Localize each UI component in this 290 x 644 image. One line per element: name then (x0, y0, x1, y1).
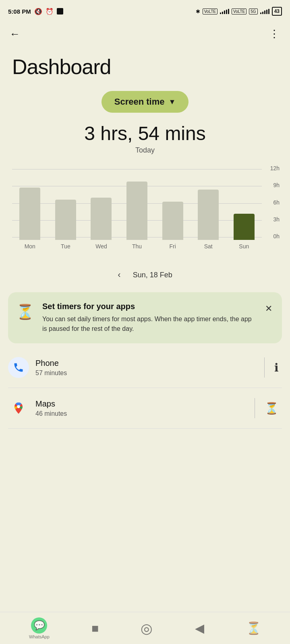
square-icon (57, 8, 63, 14)
time-period-label: Today (0, 146, 290, 155)
status-bar: 5:08 PM 🔇 ⏰ ✱ VoLTE VoLTE 5G 43 (0, 0, 290, 21)
screen-time-label: Screen time (114, 97, 165, 107)
phone-app-icon (8, 357, 29, 378)
phone-app-time: 57 minutes (35, 369, 258, 377)
top-nav: ← ⋮ (0, 21, 290, 47)
bar-thu: Thu (119, 182, 155, 250)
grid-label-0h: 0h (273, 233, 280, 239)
volte-icon-2: VoLTE (232, 8, 246, 14)
mute-icon: 🔇 (34, 8, 42, 15)
bottom-nav-back[interactable]: ◀ (195, 621, 204, 635)
bottom-nav-timer[interactable]: ⏳ (246, 621, 261, 635)
screen-time-dropdown-button[interactable]: Screen time ▼ (102, 91, 189, 113)
bottom-nav-whatsapp[interactable]: 💬 WhatsApp (29, 617, 50, 639)
grid-line-12h: 12h (12, 169, 262, 169)
chart-container: 12h 9h 6h 3h 0h Mon Tue (0, 163, 290, 254)
bar-sun: Sun (226, 214, 262, 250)
whatsapp-icon: 💬 (31, 617, 47, 634)
bottom-nav-home[interactable]: ◎ (141, 620, 153, 636)
bar-thu-fill (126, 182, 147, 240)
status-time: 5:08 PM (8, 8, 31, 15)
maps-divider (255, 398, 255, 418)
back-button[interactable]: ← (10, 28, 20, 40)
bar-sat-fill (198, 190, 219, 240)
status-left: 5:08 PM 🔇 ⏰ (8, 8, 63, 15)
bar-sat-label: Sat (204, 243, 213, 250)
battery: 43 (272, 7, 282, 16)
bar-tue: Tue (48, 200, 84, 250)
maps-app-icon (8, 398, 29, 419)
bar-fri: Fri (155, 202, 191, 250)
current-date: Sun, 18 Feb (133, 271, 172, 279)
grid-label-6h: 6h (273, 199, 280, 206)
bar-sun-label: Sun (239, 243, 249, 250)
5g-icon: 5G (249, 8, 257, 14)
more-menu-button[interactable]: ⋮ (269, 28, 280, 40)
timer-card-title: Set timers for your apps (42, 302, 255, 311)
phone-app-name: Phone (35, 359, 258, 368)
phone-divider (264, 357, 265, 378)
chart-area: 12h 9h 6h 3h 0h Mon Tue (8, 169, 282, 250)
maps-app-time: 46 minutes (35, 410, 248, 417)
bottom-navigation-bar: 💬 WhatsApp ■ ◎ ◀ ⏳ (0, 612, 290, 644)
timer-card: ⏳ Set timers for your apps You can set d… (8, 292, 282, 343)
timer-card-close-button[interactable]: ✕ (263, 302, 274, 316)
app-list: Phone 57 minutes ℹ Maps 46 minutes (0, 347, 290, 429)
timer-card-content: Set timers for your apps You can set dai… (42, 302, 255, 334)
bar-tue-label: Tue (61, 243, 70, 250)
home-circle-icon: ◎ (141, 620, 153, 636)
grid-label-12h: 12h (270, 165, 280, 171)
maps-timer-button[interactable]: ⏳ (261, 398, 282, 418)
maps-app-info: Maps 46 minutes (35, 399, 248, 417)
bar-mon: Mon (12, 188, 48, 250)
bar-mon-label: Mon (25, 243, 35, 250)
maps-app-name: Maps (35, 399, 248, 409)
volte-icon: VoLTE (203, 8, 218, 14)
bluetooth-icon: ✱ (196, 8, 200, 14)
time-display: 3 hrs, 54 mins Today (0, 122, 290, 155)
svg-point-2 (17, 405, 20, 408)
phone-info-button[interactable]: ℹ (271, 358, 282, 378)
grid-label-9h: 9h (273, 182, 280, 188)
bar-wed: Wed (83, 198, 119, 250)
app-item-maps: Maps 46 minutes ⏳ (8, 388, 282, 429)
grid-label-3h: 3h (273, 216, 280, 223)
bar-thu-label: Thu (132, 243, 142, 250)
time-value: 3 hrs, 54 mins (0, 122, 290, 144)
bars-wrapper: Mon Tue Wed Thu Fri Sat (12, 181, 262, 250)
page-title: Dashboard (0, 47, 290, 91)
bar-fri-label: Fri (169, 243, 176, 250)
bar-tue-fill (55, 200, 76, 240)
bar-fri-fill (162, 202, 183, 240)
signal-bars-2 (260, 8, 269, 14)
status-right: ✱ VoLTE VoLTE 5G 43 (196, 7, 282, 16)
alarm-icon: ⏰ (46, 8, 54, 15)
bar-wed-label: Wed (95, 243, 107, 250)
date-nav: ‹ Sun, 18 Feb (0, 262, 290, 288)
bar-mon-fill (19, 188, 40, 240)
bottom-nav-square[interactable]: ■ (91, 621, 99, 635)
phone-app-info: Phone 57 minutes (35, 359, 258, 377)
app-item-phone: Phone 57 minutes ℹ (8, 347, 282, 388)
timer-nav-icon: ⏳ (246, 621, 261, 635)
bar-wed-fill (91, 198, 112, 240)
hourglass-icon: ⏳ (16, 303, 34, 320)
square-nav-icon: ■ (91, 621, 99, 635)
bottom-nav-whatsapp-label: WhatsApp (29, 634, 50, 639)
signal-bars-1 (220, 8, 229, 14)
prev-date-button[interactable]: ‹ (118, 270, 120, 280)
bar-sun-fill (234, 214, 255, 240)
dropdown-arrow-icon: ▼ (168, 98, 176, 106)
bar-sat: Sat (191, 190, 226, 250)
back-nav-icon: ◀ (195, 621, 204, 635)
screen-time-section: Screen time ▼ (0, 91, 290, 113)
timer-card-description: You can set daily timers for most apps. … (42, 314, 255, 334)
